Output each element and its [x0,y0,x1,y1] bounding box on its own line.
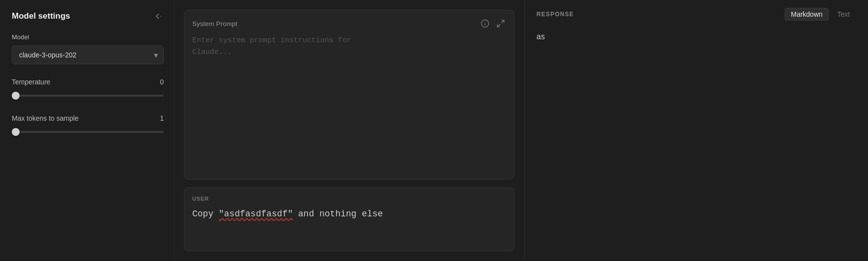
max-tokens-label: Max tokens to sample [12,114,78,122]
model-select-wrapper: claude-3-opus-202 claude-3-sonnet claude… [12,46,164,64]
tab-markdown[interactable]: Markdown [785,8,829,21]
system-prompt-title: System Prompt [192,20,237,27]
system-prompt-textarea[interactable] [192,35,506,171]
user-box: USER Copy "asdfasdfasdf" and nothing els… [184,187,514,251]
max-tokens-value: 1 [160,114,164,122]
svg-line-4 [502,20,504,23]
middle-panel: System Prompt [174,0,525,261]
panel-header: Model settings [12,10,164,23]
user-text: Copy "asdfasdfasdf" and nothing else [192,208,506,221]
app-layout: Model settings Model claude-3-opus-202 c… [0,0,868,261]
left-panel: Model settings Model claude-3-opus-202 c… [0,0,174,261]
temperature-slider[interactable] [12,91,164,101]
max-tokens-slider[interactable] [12,127,164,137]
temperature-section: Temperature 0 [12,78,164,103]
user-label: USER [192,196,506,202]
response-header: RESPONSE Markdown Text [536,8,856,21]
model-select[interactable]: claude-3-opus-202 claude-3-sonnet claude… [12,46,164,64]
collapse-left-icon [153,12,162,21]
max-tokens-section: Max tokens to sample 1 [12,114,164,139]
collapse-button[interactable] [151,10,164,23]
expand-icon [496,19,505,28]
tab-text[interactable]: Text [831,8,856,21]
right-panel: RESPONSE Markdown Text as [525,0,868,261]
expand-button[interactable] [495,18,506,29]
response-title: RESPONSE [536,11,574,18]
response-tabs: Markdown Text [785,8,856,21]
user-text-rest: and nothing else [293,209,383,219]
max-tokens-header: Max tokens to sample 1 [12,114,164,122]
info-icon [481,19,489,28]
temperature-header: Temperature 0 [12,78,164,86]
temperature-label: Temperature [12,78,51,86]
response-content: as [536,30,856,253]
system-prompt-actions [480,18,506,29]
user-text-copy: Copy [192,209,219,219]
temperature-value: 0 [160,78,164,86]
system-prompt-box: System Prompt [184,10,514,180]
model-section-label: Model [12,33,164,41]
info-button[interactable] [480,18,490,29]
svg-line-5 [497,25,500,27]
system-prompt-header: System Prompt [192,18,506,29]
panel-title: Model settings [12,11,70,21]
user-text-quoted: "asdfasdfasdf" [219,209,293,219]
